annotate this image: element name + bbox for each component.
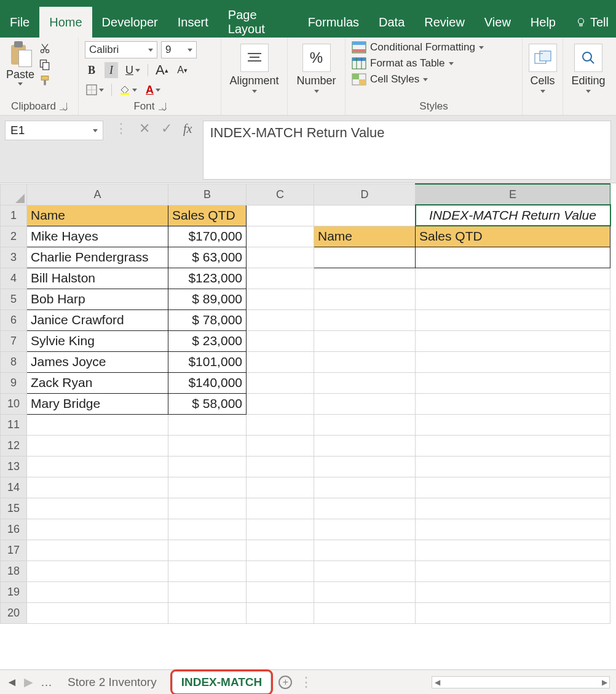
enter-icon[interactable]: ✓ [161, 121, 172, 137]
cell-A10[interactable]: Mary Bridge [27, 393, 168, 414]
add-sheet-button[interactable]: + [278, 676, 292, 689]
cell-B8[interactable]: $101,000 [168, 351, 247, 372]
sheet-tab-index-match[interactable]: INDEX-MATCH [172, 671, 272, 693]
col-header-E[interactable]: E [416, 184, 610, 205]
cell-C5[interactable] [247, 289, 314, 309]
cell-C3[interactable] [247, 247, 314, 268]
format-painter-icon[interactable] [38, 74, 52, 87]
cell-D5[interactable] [314, 289, 416, 309]
cell-C4[interactable] [247, 268, 314, 289]
font-color-button[interactable]: A [144, 82, 162, 98]
row-header-9[interactable]: 9 [1, 372, 27, 393]
cell-D12[interactable] [314, 435, 416, 456]
formula-input[interactable]: INDEX-MATCH Return Value [203, 121, 611, 180]
cell-D10[interactable] [314, 393, 416, 414]
cell-D6[interactable] [314, 309, 416, 330]
cell-A15[interactable] [27, 498, 168, 519]
cell-E9[interactable] [416, 372, 610, 393]
cell-B9[interactable]: $140,000 [168, 372, 247, 393]
cell-C13[interactable] [247, 456, 314, 477]
cell-D4[interactable] [314, 268, 416, 289]
cell-E19[interactable] [416, 581, 610, 602]
cancel-icon[interactable]: ✕ [139, 121, 150, 137]
cell-C17[interactable] [247, 540, 314, 560]
name-box[interactable]: E1 [5, 121, 103, 140]
row-header-2[interactable]: 2 [1, 226, 27, 247]
cell-E18[interactable] [416, 560, 610, 581]
row-header-7[interactable]: 7 [1, 330, 27, 351]
cell-E10[interactable] [416, 393, 610, 414]
tab-review[interactable]: Review [414, 7, 475, 38]
sheet-tab-store2[interactable]: Store 2 Inventory [60, 672, 165, 692]
bold-button[interactable]: B [85, 62, 98, 78]
cell-A7[interactable]: Sylvie King [27, 330, 168, 351]
cell-C11[interactable] [247, 414, 314, 435]
cell-E8[interactable] [416, 351, 610, 372]
cell-B3[interactable]: $ 63,000 [168, 247, 247, 268]
row-header-11[interactable]: 11 [1, 414, 27, 435]
cell-A18[interactable] [27, 560, 168, 581]
cell-E4[interactable] [416, 268, 610, 289]
cell-B18[interactable] [168, 560, 247, 581]
row-header-18[interactable]: 18 [1, 560, 27, 581]
cell-D20[interactable] [314, 602, 416, 623]
dialog-launcher-icon[interactable] [159, 103, 166, 110]
cell-B11[interactable] [168, 414, 247, 435]
tab-data[interactable]: Data [369, 7, 414, 38]
select-all-corner[interactable] [1, 184, 27, 205]
cell-C20[interactable] [247, 602, 314, 623]
row-header-19[interactable]: 19 [1, 581, 27, 602]
cell-B4[interactable]: $123,000 [168, 268, 247, 289]
cell-A11[interactable] [27, 414, 168, 435]
fill-color-button[interactable] [118, 82, 138, 98]
cell-E3[interactable] [416, 247, 610, 268]
cell-A16[interactable] [27, 519, 168, 540]
cell-C8[interactable] [247, 351, 314, 372]
cell-A3[interactable]: Charlie Pendergrass [27, 247, 168, 268]
cell-A1[interactable]: Name [27, 205, 168, 226]
underline-button[interactable]: U [124, 62, 141, 78]
worksheet-grid[interactable]: ABCDE1NameSales QTDINDEX-MATCH Return Va… [0, 183, 616, 624]
cell-E11[interactable] [416, 414, 610, 435]
cell-D7[interactable] [314, 330, 416, 351]
row-header-4[interactable]: 4 [1, 268, 27, 289]
cut-icon[interactable] [38, 42, 52, 55]
shrink-font-button[interactable]: A▾ [176, 62, 189, 78]
cell-E5[interactable] [416, 289, 610, 309]
cell-B6[interactable]: $ 78,000 [168, 309, 247, 330]
cell-D8[interactable] [314, 351, 416, 372]
cell-A5[interactable]: Bob Harp [27, 289, 168, 309]
col-header-B[interactable]: B [168, 184, 247, 205]
cell-E12[interactable] [416, 435, 610, 456]
cell-A14[interactable] [27, 477, 168, 498]
cell-B19[interactable] [168, 581, 247, 602]
col-header-A[interactable]: A [27, 184, 168, 205]
cell-E15[interactable] [416, 498, 610, 519]
cell-C1[interactable] [247, 205, 314, 226]
cell-D14[interactable] [314, 477, 416, 498]
tab-view[interactable]: View [475, 7, 521, 38]
cell-B12[interactable] [168, 435, 247, 456]
cell-B16[interactable] [168, 519, 247, 540]
conditional-formatting-button[interactable]: Conditional Formatting [352, 41, 516, 54]
row-header-12[interactable]: 12 [1, 435, 27, 456]
cell-B1[interactable]: Sales QTD [168, 205, 247, 226]
cell-C15[interactable] [247, 498, 314, 519]
cell-B5[interactable]: $ 89,000 [168, 289, 247, 309]
cell-E13[interactable] [416, 456, 610, 477]
row-header-10[interactable]: 10 [1, 393, 27, 414]
fx-icon[interactable]: fx [183, 122, 192, 136]
sheet-more-button[interactable]: … [41, 676, 52, 689]
font-name-combo[interactable]: Calibri [85, 41, 157, 58]
cell-C18[interactable] [247, 560, 314, 581]
cell-E7[interactable] [416, 330, 610, 351]
cell-A20[interactable] [27, 602, 168, 623]
cell-C9[interactable] [247, 372, 314, 393]
cell-E17[interactable] [416, 540, 610, 560]
tab-home[interactable]: Home [39, 7, 92, 38]
row-header-8[interactable]: 8 [1, 351, 27, 372]
tab-formulas[interactable]: Formulas [298, 7, 369, 38]
row-header-15[interactable]: 15 [1, 498, 27, 519]
cell-A17[interactable] [27, 540, 168, 560]
row-header-16[interactable]: 16 [1, 519, 27, 540]
